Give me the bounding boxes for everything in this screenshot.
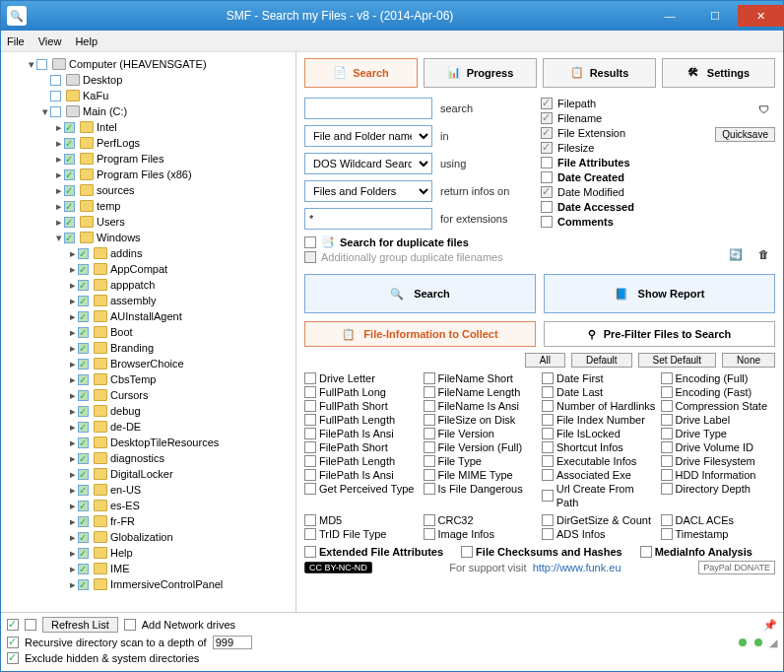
chk-fileext[interactable] xyxy=(541,127,553,139)
chk-mia[interactable] xyxy=(640,546,652,558)
chk-filepath[interactable] xyxy=(541,98,553,109)
pin-icon[interactable]: 📌 xyxy=(763,619,777,632)
info-check[interactable] xyxy=(424,483,435,495)
refresh-icon[interactable]: 🔄 xyxy=(724,242,748,266)
tree-item[interactable]: fr-FR xyxy=(110,513,135,529)
menu-help[interactable]: Help xyxy=(75,35,98,47)
chk-fch[interactable] xyxy=(461,546,473,558)
trash-icon[interactable]: 🗑 xyxy=(751,242,775,266)
chk-datea[interactable] xyxy=(541,201,553,213)
chk-tree-all[interactable] xyxy=(7,619,19,631)
support-link[interactable]: http://www.funk.eu xyxy=(533,562,621,573)
info-check[interactable] xyxy=(424,514,435,526)
info-check[interactable] xyxy=(424,441,435,453)
tree-item[interactable]: Program Files (x86) xyxy=(97,167,192,182)
tree-item[interactable]: Globalization xyxy=(110,529,173,545)
section-file-info[interactable]: 📋File-Information to Collect xyxy=(304,321,536,347)
tree-item[interactable]: Branding xyxy=(110,340,154,356)
info-check[interactable] xyxy=(661,469,673,481)
info-check[interactable] xyxy=(542,372,554,384)
tree-item[interactable]: Intel xyxy=(97,119,117,135)
info-check[interactable] xyxy=(661,414,673,426)
info-check[interactable] xyxy=(542,455,554,467)
tree-item[interactable]: Users xyxy=(97,214,125,230)
tab-settings[interactable]: 🛠Settings xyxy=(662,58,775,88)
preset-default[interactable]: Default xyxy=(571,353,632,368)
maximize-button[interactable]: ☐ xyxy=(692,5,738,27)
dup-checkbox[interactable] xyxy=(304,236,316,248)
tree-check[interactable] xyxy=(64,201,75,212)
tree-main[interactable]: Main (C:) xyxy=(83,103,127,119)
tree-check[interactable] xyxy=(78,296,89,306)
tree-check[interactable] xyxy=(78,564,89,574)
info-check[interactable] xyxy=(304,483,316,495)
tree-check[interactable] xyxy=(78,548,89,559)
tree-check[interactable] xyxy=(78,532,89,543)
tree-check[interactable] xyxy=(78,390,89,401)
tree-item[interactable]: AppCompat xyxy=(110,261,167,277)
info-check[interactable] xyxy=(542,490,554,502)
tree-check[interactable] xyxy=(78,579,89,590)
ext-input[interactable] xyxy=(304,208,432,230)
tree-check[interactable] xyxy=(78,374,89,385)
tree-check[interactable] xyxy=(78,422,89,433)
tree-item[interactable]: Program Files xyxy=(97,151,163,167)
info-check[interactable] xyxy=(424,400,435,412)
tree-check[interactable] xyxy=(78,485,89,496)
tree-check[interactable] xyxy=(78,453,89,464)
tree-item[interactable]: AUInstallAgent xyxy=(110,308,182,324)
info-check[interactable] xyxy=(424,386,435,398)
chk-datem[interactable] xyxy=(541,186,553,198)
info-check[interactable] xyxy=(424,428,435,439)
menu-file[interactable]: File xyxy=(7,35,25,47)
tree-check[interactable] xyxy=(64,138,75,149)
preset-all[interactable]: All xyxy=(525,353,565,368)
folder-tree[interactable]: ▾Computer (HEAVENSGATE) Desktop KaFu ▾Ma… xyxy=(1,52,296,612)
tree-item[interactable]: addins xyxy=(110,245,142,261)
info-check[interactable] xyxy=(661,372,673,384)
info-check[interactable] xyxy=(542,400,554,412)
quicksave-button[interactable]: Quicksave xyxy=(715,127,775,142)
tree-item[interactable]: PerfLogs xyxy=(97,135,140,151)
shield-icon[interactable]: 🛡 xyxy=(751,98,775,121)
info-check[interactable] xyxy=(424,469,435,481)
tree-check[interactable] xyxy=(64,233,75,243)
tab-progress[interactable]: 📊Progress xyxy=(424,58,537,88)
info-check[interactable] xyxy=(424,414,435,426)
chk-filename[interactable] xyxy=(541,112,553,124)
chk-efa[interactable] xyxy=(304,546,316,558)
tree-check[interactable] xyxy=(78,437,89,448)
paypal-donate[interactable]: PayPal DONATE xyxy=(698,561,775,574)
tree-item[interactable]: DesktopTileResources xyxy=(110,435,219,450)
chk-tree-none[interactable] xyxy=(25,619,36,631)
tree-item[interactable]: es-ES xyxy=(110,498,140,513)
minimize-button[interactable]: — xyxy=(647,5,692,27)
tree-item[interactable]: Boot xyxy=(110,324,133,340)
tree-item[interactable]: CbsTemp xyxy=(110,371,156,387)
tab-search[interactable]: 📄Search xyxy=(304,58,418,88)
info-check[interactable] xyxy=(542,441,554,453)
tree-item[interactable]: Cursors xyxy=(110,387,149,403)
tree-item[interactable]: temp xyxy=(97,198,120,214)
chk-addnet[interactable] xyxy=(124,619,136,631)
section-prefilter[interactable]: ⚲Pre-Filter Files to Search xyxy=(544,321,775,347)
info-check[interactable] xyxy=(661,441,673,453)
resize-grip-icon[interactable]: ◢ xyxy=(769,637,777,649)
chk-exclude[interactable] xyxy=(7,652,19,664)
tree-check[interactable] xyxy=(78,501,89,511)
tree-check[interactable] xyxy=(78,516,89,527)
depth-input[interactable] xyxy=(213,636,252,649)
tree-item[interactable]: ImmersiveControlPanel xyxy=(110,576,223,592)
info-check[interactable] xyxy=(304,469,316,481)
info-check[interactable] xyxy=(661,528,673,540)
chk-fileattr[interactable] xyxy=(541,157,553,168)
tree-item[interactable]: debug xyxy=(110,403,141,419)
tree-check[interactable] xyxy=(78,264,89,275)
tab-results[interactable]: 📋Results xyxy=(543,58,656,88)
tree-check[interactable] xyxy=(64,169,75,180)
tree-item[interactable]: diagnostics xyxy=(110,450,164,466)
info-check[interactable] xyxy=(661,400,673,412)
menu-view[interactable]: View xyxy=(38,35,62,47)
chk-recursive[interactable] xyxy=(7,637,19,648)
tree-item[interactable]: apppatch xyxy=(110,277,155,293)
